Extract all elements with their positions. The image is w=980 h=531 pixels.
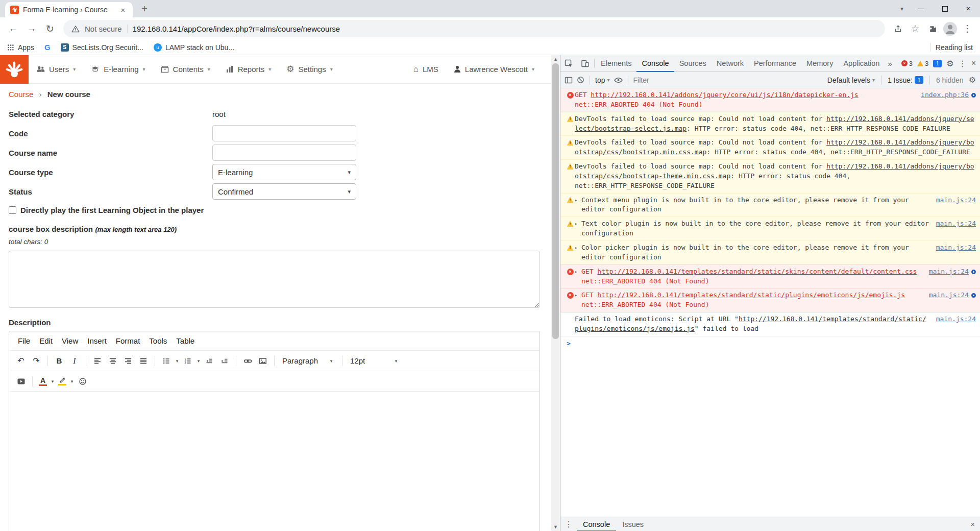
nav-user-menu[interactable]: Lawrence Wescott ▾: [446, 65, 542, 74]
tab-memory[interactable]: Memory: [801, 55, 838, 72]
eye-icon[interactable]: [614, 77, 623, 84]
status-select[interactable]: Confirmed ▾: [212, 183, 356, 200]
text-color-button[interactable]: A: [36, 374, 50, 389]
console-prompt-icon[interactable]: >: [567, 340, 571, 347]
emoticons-icon[interactable]: [75, 374, 90, 389]
window-close-button[interactable]: ×: [957, 0, 980, 17]
console-sidebar-icon[interactable]: [565, 76, 573, 84]
tab-console[interactable]: Console: [636, 55, 674, 72]
browser-tab[interactable]: Forma E-learning › Course ×: [5, 2, 133, 17]
nav-contents[interactable]: Contents ▾: [153, 55, 218, 83]
bullet-list-icon[interactable]: [159, 353, 174, 369]
issue-icon[interactable]: [971, 93, 976, 98]
paragraph-select[interactable]: Paragraph ▾: [278, 353, 338, 369]
expand-arrow-icon[interactable]: ▸: [575, 196, 581, 204]
page-scrollbar[interactable]: ▲ ▼: [551, 55, 560, 531]
forma-logo[interactable]: [0, 55, 29, 84]
console-settings-icon[interactable]: ⚙: [969, 75, 976, 85]
context-selector[interactable]: top ▾: [595, 76, 610, 84]
expand-arrow-icon[interactable]: ▸: [575, 291, 581, 299]
nav-reports[interactable]: Reports ▾: [218, 55, 279, 83]
browser-menu-icon[interactable]: ⋮: [959, 20, 976, 37]
nav-users[interactable]: Users ▾: [29, 55, 83, 83]
message-link[interactable]: http://192.168.0.141/templates/standard/…: [597, 268, 917, 275]
course-name-input[interactable]: [212, 144, 356, 161]
bookmark-seclists[interactable]: S SecLists.Org Securit...: [61, 43, 143, 52]
forward-button[interactable]: →: [22, 19, 41, 38]
menu-table[interactable]: Table: [172, 334, 199, 348]
breadcrumb-course-link[interactable]: Course: [9, 90, 33, 99]
console-filter-input[interactable]: [633, 76, 756, 84]
menu-file[interactable]: File: [13, 334, 35, 348]
menu-view[interactable]: View: [57, 334, 83, 348]
source-link[interactable]: main.js:24: [936, 219, 976, 229]
message-link[interactable]: http://192.168.0.141/templates/standard/…: [597, 291, 905, 299]
back-button[interactable]: ←: [4, 19, 22, 38]
extensions-icon[interactable]: [924, 20, 941, 37]
reload-button[interactable]: ↻: [41, 19, 59, 38]
expand-arrow-icon[interactable]: ▸: [575, 243, 581, 251]
apps-shortcut[interactable]: Apps: [7, 43, 34, 52]
error-count-badge[interactable]: ×3: [901, 60, 913, 67]
tab-close-icon[interactable]: ×: [118, 5, 128, 14]
inspect-icon[interactable]: [560, 55, 577, 71]
device-toolbar-icon[interactable]: [577, 55, 593, 71]
link-icon[interactable]: [240, 353, 255, 369]
tab-performance[interactable]: Performance: [749, 55, 801, 72]
image-icon[interactable]: [255, 353, 271, 369]
minimize-button[interactable]: [910, 0, 933, 17]
not-secure-label[interactable]: Not secure: [85, 25, 122, 33]
course-type-select[interactable]: E-learning ▾: [212, 164, 356, 180]
address-bar[interactable]: Not secure 192.168.0.141/appCore/index.p…: [63, 20, 885, 37]
issue-icon[interactable]: [971, 270, 976, 274]
bold-button[interactable]: B: [52, 353, 67, 369]
menu-insert[interactable]: Insert: [83, 334, 111, 348]
tab-elements[interactable]: Elements: [596, 55, 636, 72]
bookmark-lamp[interactable]: u LAMP stack on Ubu...: [154, 43, 234, 52]
media-icon[interactable]: [13, 374, 29, 389]
editor-content-area[interactable]: [9, 392, 540, 531]
not-secure-icon[interactable]: [71, 25, 80, 33]
tab-application[interactable]: Application: [838, 55, 885, 72]
issue-icon[interactable]: [971, 293, 976, 298]
source-link[interactable]: main.js:24: [929, 291, 969, 300]
tab-sources[interactable]: Sources: [674, 55, 712, 72]
align-left-icon[interactable]: [90, 353, 105, 369]
menu-format[interactable]: Format: [111, 334, 145, 348]
nav-lms-home[interactable]: ⌂ LMS: [406, 64, 446, 75]
reading-list-button[interactable]: Reading list: [936, 43, 973, 52]
new-tab-button[interactable]: +: [137, 1, 152, 16]
nav-elearning[interactable]: E-learning ▾: [83, 55, 153, 83]
devtools-menu-icon[interactable]: ⋮: [959, 59, 967, 68]
warning-count-badge[interactable]: 3: [917, 60, 928, 67]
caret-down-icon[interactable]: ▾: [195, 358, 202, 364]
outdent-icon[interactable]: [202, 353, 217, 369]
issues-count-badge[interactable]: 1: [933, 60, 942, 67]
devtools-settings-icon[interactable]: ⚙: [946, 59, 953, 68]
url-text[interactable]: 192.168.0.141/appCore/index.php?r=alms/c…: [133, 25, 340, 33]
share-icon[interactable]: [889, 20, 906, 37]
issues-link[interactable]: 1 Issue: 1: [888, 76, 923, 84]
drawer-tab-issues[interactable]: Issues: [616, 517, 650, 531]
tab-search-button[interactable]: ▾: [894, 0, 910, 17]
tab-network[interactable]: Network: [712, 55, 749, 72]
font-size-select[interactable]: 12pt ▾: [346, 353, 403, 369]
source-link[interactable]: index.php:36: [921, 90, 969, 100]
caret-down-icon[interactable]: ▾: [69, 379, 75, 384]
expand-arrow-icon[interactable]: ▸: [575, 267, 581, 275]
box-description-textarea[interactable]: [9, 251, 540, 308]
menu-edit[interactable]: Edit: [35, 334, 57, 348]
google-bookmark[interactable]: G: [44, 43, 51, 52]
more-tabs-icon[interactable]: »: [885, 59, 895, 68]
italic-button[interactable]: I: [67, 353, 82, 369]
scroll-down-icon[interactable]: ▼: [551, 523, 560, 531]
numbered-list-icon[interactable]: 123: [180, 353, 195, 369]
bookmark-star-icon[interactable]: ☆: [906, 20, 924, 37]
source-link[interactable]: main.js:24: [936, 243, 976, 253]
align-center-icon[interactable]: [105, 353, 120, 369]
caret-down-icon[interactable]: ▾: [174, 358, 180, 364]
scroll-up-icon[interactable]: ▲: [551, 55, 560, 63]
message-link[interactable]: http://192.168.0.141/addons/jquery/core/…: [591, 91, 858, 99]
clear-console-icon[interactable]: [577, 76, 584, 84]
align-right-icon[interactable]: [120, 353, 136, 369]
